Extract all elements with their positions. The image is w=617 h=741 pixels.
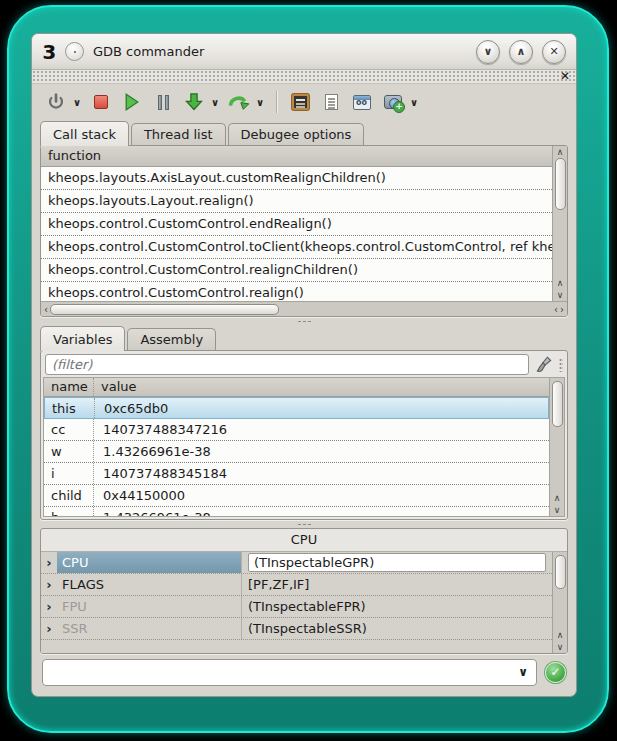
cpu-vscrollbar[interactable]: ∧ ∨ bbox=[552, 552, 567, 653]
dock-handle-bar[interactable]: ✕ bbox=[32, 70, 576, 84]
var-value: 0xc65db0 bbox=[95, 398, 548, 418]
callstack-row[interactable]: kheops.control.CustomControl.realignChil… bbox=[41, 259, 552, 282]
var-name: i bbox=[44, 463, 94, 484]
register-group-name[interactable]: FLAGS bbox=[57, 574, 242, 595]
tab-debugee-options[interactable]: Debugee options bbox=[228, 123, 365, 146]
pause-button[interactable] bbox=[151, 90, 175, 114]
clear-filter-broom-icon[interactable] bbox=[534, 355, 554, 375]
column-value[interactable]: value bbox=[94, 378, 549, 396]
run-button[interactable] bbox=[120, 90, 144, 114]
close-button[interactable]: ✕ bbox=[542, 40, 566, 64]
tab-assembly[interactable]: Assembly bbox=[127, 328, 216, 351]
tab-call-stack[interactable]: Call stack bbox=[40, 121, 129, 146]
cpu-row[interactable]: › SSR (TInspectableSSR) bbox=[41, 618, 552, 640]
tab-variables[interactable]: Variables bbox=[40, 326, 125, 351]
run-icon bbox=[124, 93, 140, 111]
scroll-left-icon[interactable]: ‹ bbox=[44, 304, 48, 315]
cpu-row-selected[interactable]: › CPU (TInspectableGPR) bbox=[41, 552, 552, 574]
variables-tabstrip: Variables Assembly bbox=[32, 325, 576, 351]
disassembly-button[interactable] bbox=[319, 90, 343, 114]
stop-button[interactable] bbox=[89, 90, 113, 114]
gdb-command-combobox[interactable]: ∨ bbox=[42, 659, 537, 686]
scroll-down-icon[interactable]: ∨ bbox=[553, 289, 567, 301]
callstack-row[interactable]: kheops.control.CustomControl.realign() bbox=[41, 282, 552, 301]
register-value: (TInspectableSSR) bbox=[242, 621, 552, 636]
var-value: 140737488345184 bbox=[94, 463, 549, 484]
cpu-register-tree: › CPU (TInspectableGPR) › FLAGS [PF,ZF,I… bbox=[41, 552, 552, 653]
callstack-row[interactable]: kheops.layouts.AxisLayout.customRealignC… bbox=[41, 167, 552, 190]
shade-button[interactable]: ∨ bbox=[476, 40, 500, 64]
variable-row-selected[interactable]: this 0xc65db0 bbox=[44, 397, 549, 419]
restore-button[interactable]: ∧ bbox=[509, 40, 533, 64]
step-into-dropdown[interactable]: ∨ bbox=[210, 97, 220, 108]
power-dropdown[interactable]: ∨ bbox=[72, 97, 82, 108]
callstack-panel: function kheops.layouts.AxisLayout.custo… bbox=[40, 145, 568, 317]
callstack-row[interactable]: kheops.layouts.Layout.realign() bbox=[41, 190, 552, 213]
step-over-button[interactable] bbox=[227, 90, 251, 114]
register-group-name[interactable]: SSR bbox=[57, 618, 242, 639]
cpu-row[interactable]: › FPU (TInspectableFPR) bbox=[41, 596, 552, 618]
filter-input[interactable] bbox=[45, 354, 529, 375]
expander-icon[interactable]: › bbox=[41, 621, 57, 636]
variable-row[interactable]: child 0x44150000 bbox=[44, 485, 549, 507]
panel-splitter[interactable] bbox=[32, 520, 576, 528]
splitter-handle-dots[interactable] bbox=[297, 523, 311, 526]
step-over-icon bbox=[228, 92, 250, 112]
callstack-column-header[interactable]: function bbox=[41, 146, 552, 167]
snapshot-dropdown[interactable]: ∨ bbox=[409, 97, 419, 108]
window-menu-button[interactable] bbox=[65, 42, 84, 61]
send-command-button[interactable]: ✓ bbox=[545, 662, 566, 683]
callstack-row[interactable]: kheops.control.CustomControl.endRealign(… bbox=[41, 213, 552, 236]
scroll-down-icon[interactable]: ∨ bbox=[550, 504, 564, 516]
cpu-row[interactable]: › FLAGS [PF,ZF,IF] bbox=[41, 574, 552, 596]
scroll-up-icon[interactable]: ∧ bbox=[550, 492, 564, 504]
scroll-up-icon[interactable]: ∧ bbox=[553, 629, 567, 641]
register-group-name[interactable]: FPU bbox=[57, 596, 242, 617]
vscroll-thumb[interactable] bbox=[552, 381, 563, 427]
variable-row[interactable]: cc 140737488347216 bbox=[44, 419, 549, 441]
callstack-hscrollbar[interactable]: ‹ ‹ › bbox=[41, 301, 567, 316]
var-name: b bbox=[44, 507, 94, 516]
callstack-row[interactable]: kheops.control.CustomControl.toClient(kh… bbox=[41, 236, 552, 259]
command-bar: ∨ ✓ bbox=[32, 654, 576, 694]
disassembly-doc-icon bbox=[325, 94, 338, 110]
register-group-name[interactable]: CPU bbox=[57, 552, 242, 573]
check-icon: ✓ bbox=[550, 665, 560, 679]
variable-row[interactable]: b 1.43266961e-38 bbox=[44, 507, 549, 516]
vscroll-thumb[interactable] bbox=[555, 158, 566, 210]
scroll-up-icon[interactable]: ∧ bbox=[553, 146, 567, 158]
register-value: (TInspectableFPR) bbox=[242, 599, 552, 614]
variables-header[interactable]: name value bbox=[44, 378, 549, 397]
dock-close-icon[interactable]: ✕ bbox=[560, 69, 570, 83]
scroll-left-icon[interactable]: ‹ bbox=[554, 304, 558, 315]
tab-thread-list[interactable]: Thread list bbox=[131, 123, 226, 146]
memory-view-button[interactable] bbox=[288, 90, 312, 114]
step-into-icon bbox=[184, 92, 204, 112]
chevron-down-icon: ∨ bbox=[484, 45, 493, 58]
expander-icon[interactable]: › bbox=[41, 577, 57, 592]
callstack-vscrollbar[interactable]: ∧ ∧ ∨ bbox=[552, 146, 567, 301]
scroll-up-icon[interactable]: ∧ bbox=[553, 277, 567, 289]
filter-resize-handle[interactable] bbox=[559, 358, 563, 372]
step-over-dropdown[interactable]: ∨ bbox=[255, 97, 265, 108]
snapshot-button[interactable] bbox=[381, 90, 405, 114]
variable-row[interactable]: i 140737488345184 bbox=[44, 463, 549, 485]
watches-button[interactable] bbox=[350, 90, 374, 114]
scroll-down-icon[interactable]: ∨ bbox=[553, 641, 567, 653]
power-button[interactable] bbox=[44, 90, 68, 114]
panel-splitter[interactable] bbox=[32, 317, 576, 325]
splitter-handle-dots[interactable] bbox=[297, 320, 311, 323]
variable-row[interactable]: w 1.43266961e-38 bbox=[44, 441, 549, 463]
chevron-down-icon[interactable]: ∨ bbox=[518, 665, 528, 679]
column-name[interactable]: name bbox=[44, 378, 94, 396]
expander-icon[interactable]: › bbox=[41, 555, 57, 570]
stop-icon bbox=[94, 95, 108, 109]
step-into-button[interactable] bbox=[182, 90, 206, 114]
hscroll-thumb[interactable] bbox=[50, 304, 279, 315]
expander-icon[interactable]: › bbox=[41, 599, 57, 614]
titlebar[interactable]: Ɛ GDB commander ∨ ∧ ✕ bbox=[32, 34, 576, 70]
register-value-field[interactable]: (TInspectableGPR) bbox=[248, 553, 546, 572]
vscroll-thumb[interactable] bbox=[555, 555, 566, 589]
scroll-right-icon[interactable]: › bbox=[560, 304, 564, 315]
variables-vscrollbar[interactable]: ∧ ∨ bbox=[549, 378, 564, 516]
